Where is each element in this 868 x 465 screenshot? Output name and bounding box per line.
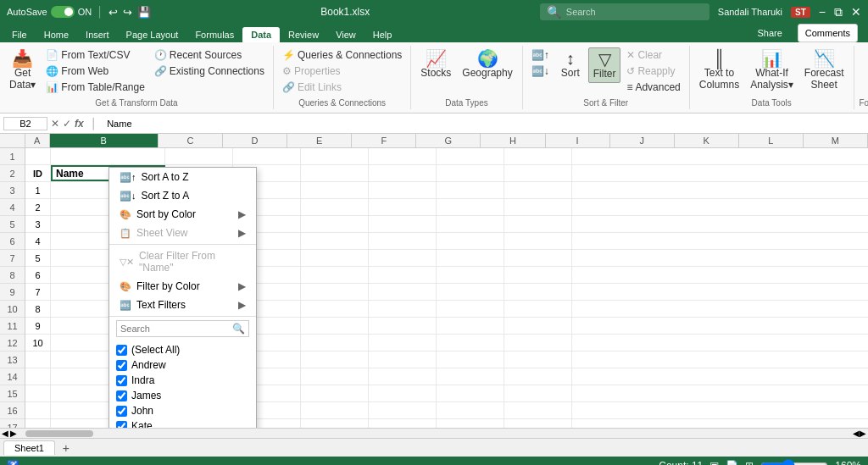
col-header-d[interactable]: D xyxy=(223,134,287,147)
cell-f1[interactable] xyxy=(369,148,437,164)
btn-from-text[interactable]: 📄 From Text/CSV xyxy=(42,47,148,63)
btn-geography[interactable]: 🌍 Geography xyxy=(458,47,516,81)
scroll-nav-left[interactable]: ◀ xyxy=(853,429,860,438)
cell-rest[interactable] xyxy=(504,216,572,232)
cell-c1[interactable] xyxy=(165,148,233,164)
cell-rest[interactable] xyxy=(504,368,572,385)
formula-confirm-icon[interactable]: ✓ xyxy=(63,118,71,130)
search-box[interactable]: 🔍 Search xyxy=(540,3,709,20)
cell-a13[interactable] xyxy=(25,352,51,368)
col-header-f[interactable]: F xyxy=(352,134,416,147)
cell-rest[interactable] xyxy=(369,368,437,385)
filter-list-item-andrew[interactable]: Andrew xyxy=(109,357,256,373)
normal-view-icon[interactable]: ▣ xyxy=(709,460,719,465)
btn-from-table[interactable]: 📊 From Table/Range xyxy=(42,80,148,95)
col-header-k[interactable]: K xyxy=(675,134,739,147)
cell-rest[interactable] xyxy=(437,301,504,317)
filter-by-color[interactable]: 🎨 Filter by Color ▶ xyxy=(109,277,256,296)
cell-f2[interactable] xyxy=(369,165,437,181)
cell-rest[interactable] xyxy=(504,267,572,283)
btn-reapply[interactable]: ↺ Reapply xyxy=(623,64,683,79)
cell-g1[interactable] xyxy=(437,148,504,164)
cell-rest[interactable] xyxy=(369,402,437,418)
cell-rest[interactable] xyxy=(369,250,437,266)
sheet-tab-sheet1[interactable]: Sheet1 xyxy=(3,440,55,455)
btn-stocks[interactable]: 📈 Stocks xyxy=(416,47,455,81)
checkbox-kate[interactable] xyxy=(116,421,127,429)
cell-rest[interactable] xyxy=(301,385,369,401)
cell-rest[interactable] xyxy=(437,182,504,198)
checkbox-indra[interactable] xyxy=(116,375,127,386)
col-header-j[interactable]: J xyxy=(610,134,675,147)
cell-rest[interactable] xyxy=(369,182,437,198)
cell-rest[interactable] xyxy=(437,199,504,215)
filter-text-filters[interactable]: 🔤 Text Filters ▶ xyxy=(109,296,256,314)
tab-help[interactable]: Help xyxy=(364,27,401,42)
cell-rest[interactable] xyxy=(504,402,572,418)
btn-recent-sources[interactable]: 🕐 Recent Sources xyxy=(151,47,268,63)
cell-rest[interactable] xyxy=(504,419,572,428)
btn-get-data[interactable]: 📥 GetData▾ xyxy=(5,47,40,93)
cell-rest[interactable] xyxy=(437,233,504,249)
col-header-h[interactable]: H xyxy=(481,134,545,147)
cell-rest[interactable] xyxy=(437,250,504,266)
cell-rest[interactable] xyxy=(504,318,572,334)
cell-rest[interactable] xyxy=(369,199,437,215)
horizontal-scrollbar[interactable]: ◀ ▶ ◀ ▶ xyxy=(0,428,868,438)
cell-a4[interactable]: 2 xyxy=(25,199,51,215)
cell-rest[interactable] xyxy=(369,301,437,317)
comments-button[interactable]: Comments xyxy=(798,24,858,42)
btn-queries-connections[interactable]: ⚡ Queries & Connections xyxy=(279,47,405,63)
btn-existing-connections[interactable]: 🔗 Existing Connections xyxy=(151,64,268,79)
scroll-thumb[interactable] xyxy=(25,430,93,437)
btn-forecast[interactable]: 📉 ForecastSheet xyxy=(800,47,849,93)
cell-a5[interactable]: 3 xyxy=(25,216,51,232)
cell-rest[interactable] xyxy=(437,318,504,334)
cell-rest[interactable] xyxy=(301,267,369,283)
cell-rest[interactable] xyxy=(437,402,504,418)
cell-rest[interactable] xyxy=(369,284,437,300)
btn-clear[interactable]: ✕ Clear xyxy=(623,47,683,63)
cell-a14[interactable] xyxy=(25,368,51,385)
filter-list-item-kate[interactable]: Kate xyxy=(109,418,256,428)
cell-a16[interactable] xyxy=(25,402,51,418)
cell-rest[interactable] xyxy=(437,335,504,351)
cell-a1[interactable] xyxy=(25,148,51,164)
cell-rest[interactable] xyxy=(369,318,437,334)
filter-sheet-view[interactable]: 📋 Sheet View ▶ xyxy=(109,224,256,242)
cell-rest[interactable] xyxy=(504,284,572,300)
btn-properties[interactable]: ⚙ Properties xyxy=(279,64,405,79)
cell-rest[interactable] xyxy=(301,402,369,418)
col-header-a[interactable]: A xyxy=(25,134,50,147)
cell-rest[interactable] xyxy=(301,199,369,215)
filter-clear[interactable]: ▽✕ Clear Filter From "Name" xyxy=(109,246,256,277)
cell-rest[interactable] xyxy=(301,182,369,198)
zoom-slider[interactable] xyxy=(760,462,828,465)
cell-a7[interactable]: 5 xyxy=(25,250,51,266)
cell-rest[interactable] xyxy=(301,419,369,428)
col-header-b[interactable]: B xyxy=(50,134,159,147)
cell-rest[interactable] xyxy=(301,284,369,300)
btn-filter[interactable]: ▽ Filter xyxy=(588,47,621,83)
cell-a6[interactable]: 4 xyxy=(25,233,51,249)
filter-list-item-indra[interactable]: Indra xyxy=(109,373,256,388)
cell-rest[interactable] xyxy=(301,352,369,368)
accessibility-icon[interactable]: ♿ xyxy=(7,460,19,465)
cell-b1[interactable] xyxy=(51,148,165,164)
cell-a10[interactable]: 8 xyxy=(25,301,51,317)
cell-rest[interactable] xyxy=(369,233,437,249)
cell-rest[interactable] xyxy=(369,352,437,368)
cell-rest[interactable] xyxy=(504,182,572,198)
btn-sort[interactable]: ↕ Sort xyxy=(555,47,586,81)
tab-file[interactable]: File xyxy=(3,27,36,42)
filter-list-item-john[interactable]: John xyxy=(109,403,256,418)
cell-e2[interactable] xyxy=(301,165,369,181)
cell-rest[interactable] xyxy=(301,250,369,266)
scroll-right-icon[interactable]: ▶ xyxy=(10,429,17,438)
cell-rest[interactable] xyxy=(504,250,572,266)
undo-icon[interactable]: ↩ xyxy=(108,6,118,19)
col-header-g[interactable]: G xyxy=(416,134,481,147)
cell-rest[interactable] xyxy=(301,216,369,232)
autosave-toggle[interactable] xyxy=(51,6,75,18)
cell-a17[interactable] xyxy=(25,419,51,428)
